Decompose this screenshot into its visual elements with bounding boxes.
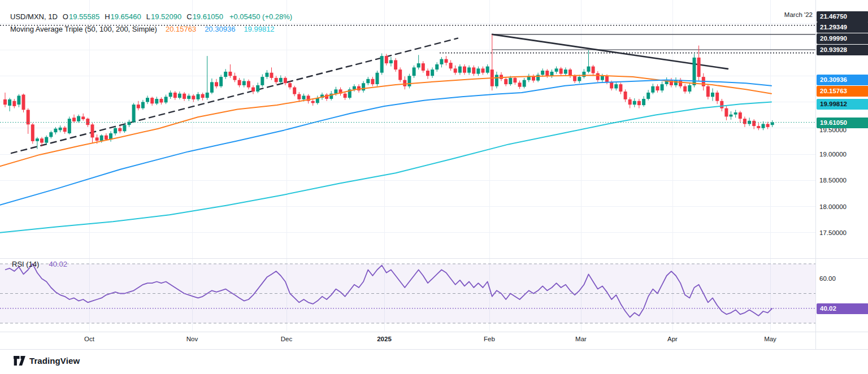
price-axis-label: 18.50000 (819, 176, 847, 184)
open-label: O (63, 12, 68, 21)
ohlc-open: O 19.55585 (63, 12, 99, 21)
change-value: +0.05450 (+0.28%) (229, 12, 292, 21)
ma100-value: 20.30936 (205, 25, 235, 33)
tradingview-attribution[interactable]: TradingView (14, 356, 80, 366)
ma-indicator-title[interactable]: Moving Average Triple (50, 100, 200, Sim… (10, 25, 157, 33)
low-label: L (146, 12, 150, 21)
time-axis-label: Mar (575, 336, 587, 342)
ma50-value: 20.15763 (166, 25, 196, 33)
high-label: H (105, 12, 110, 21)
price-axis-badge: 21.29349 (817, 22, 868, 33)
ohlc-high: H 19.65460 (105, 12, 141, 21)
close-label: C (186, 12, 192, 21)
time-axis-label: Nov (186, 336, 198, 342)
price-axis-label: 60.00 (819, 275, 836, 282)
ma200-value: 19.99812 (244, 25, 274, 33)
ohlc-low: L 19.52090 (146, 12, 181, 21)
chart-canvas[interactable] (0, 0, 868, 374)
rsi-value: 40.02 (49, 260, 67, 268)
price-axis-label: 17.50000 (819, 229, 847, 237)
rsi-indicator-title[interactable]: RSI (14) (12, 260, 39, 268)
price-axis[interactable]: 19.5000019.0000018.5000018.0000017.50000… (816, 0, 868, 350)
symbol-legend[interactable]: USD/MXN, 1D O 19.55585 H 19.65460 L 19.5… (10, 12, 292, 21)
price-axis-badge: 20.15763 (817, 86, 868, 97)
price-axis-badge: 20.99990 (817, 33, 868, 44)
price-axis-badge: 40.02 (817, 303, 868, 314)
time-axis-label: 2025 (377, 336, 392, 342)
price-axis-label: 18.00000 (819, 203, 847, 211)
price-axis-badge: 20.30936 (817, 75, 868, 85)
tradingview-chart-window: USD/MXN, 1D O 19.55585 H 19.65460 L 19.5… (0, 0, 868, 374)
time-axis-label: May (764, 336, 776, 342)
time-axis-label: Dec (281, 336, 292, 342)
price-axis-badge: 20.93928 (817, 45, 868, 55)
march-22-level-label: March '22 (784, 11, 813, 18)
time-axis-label: Apr (667, 336, 678, 342)
low-value: 19.52090 (151, 12, 181, 21)
ma-indicator-legend[interactable]: Moving Average Triple (50, 100, 200, Sim… (10, 25, 275, 33)
ohlc-close: C 19.61050 (186, 12, 223, 21)
high-value: 19.65460 (111, 12, 141, 21)
close-value: 19.61050 (193, 12, 223, 21)
tradingview-logo-icon (14, 356, 25, 366)
tradingview-logo-text: TradingView (29, 356, 80, 366)
open-value: 19.55585 (69, 12, 99, 21)
symbol-title[interactable]: USD/MXN, 1D (10, 12, 58, 21)
time-axis-label: Oct (84, 336, 94, 342)
price-axis-badge: 19.61050 (817, 118, 868, 128)
time-axis-label: Feb (484, 336, 495, 342)
time-axis[interactable]: OctNovDec2025FebMarAprMay (0, 332, 815, 350)
price-axis-badge: 19.99812 (817, 99, 868, 110)
price-axis-label: 19.00000 (819, 150, 847, 158)
price-axis-badge: 21.46750 (817, 11, 868, 22)
rsi-indicator-legend[interactable]: RSI (14) 40.02 (12, 260, 67, 268)
